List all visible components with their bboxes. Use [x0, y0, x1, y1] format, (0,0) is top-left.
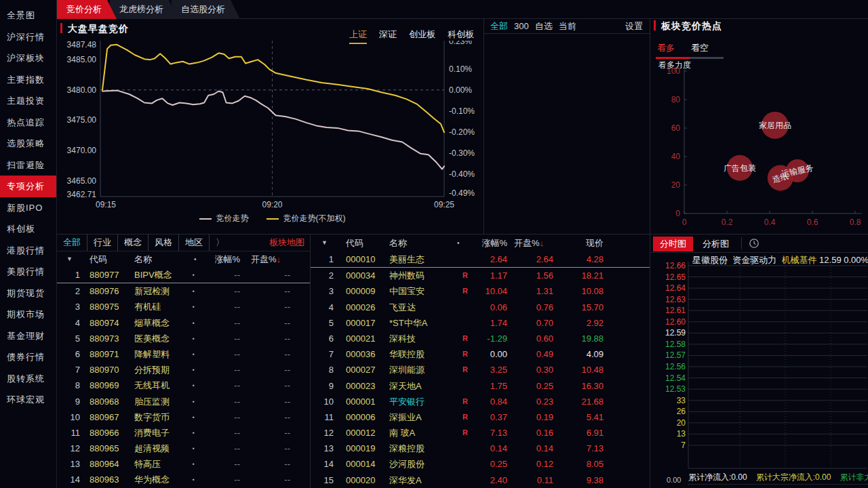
stock-name[interactable]: 深天地A [389, 378, 422, 394]
dropdown-icon[interactable]: ▼ [321, 235, 328, 251]
sidebar-item-1[interactable]: 全景图 [0, 5, 56, 26]
stock-row-000027[interactable]: 8000027深圳能源R3.250.3010.48 [311, 362, 650, 378]
sector-row-880975[interactable]: 3880975有机硅▪---- [57, 299, 310, 314]
sector-row-880964[interactable]: 13880964特高压▪---- [57, 456, 310, 472]
dropdown-icon[interactable]: ▼ [66, 251, 73, 267]
sector-tab-2[interactable]: 行业 [87, 235, 118, 251]
stock-row-000006[interactable]: 11000006深振业AR0.370.195.41 [311, 409, 650, 425]
sector-table-body: 1880977BIPV概念▪----2880976新冠检测▪----388097… [57, 267, 310, 488]
col-header-open[interactable]: 开盘%↓ [514, 235, 544, 251]
stock-name[interactable]: 飞亚达 [389, 300, 416, 315]
sector-row-880971[interactable]: 6880971降解塑料▪---- [57, 346, 310, 362]
sector-row-880967[interactable]: 10880967数字货币▪---- [57, 409, 310, 425]
stock-row-000021[interactable]: 6000021深科技R-1.290.6019.88 [311, 331, 650, 346]
sector-row-880963[interactable]: 14880963华为概念▪---- [57, 472, 310, 487]
stock-row-000034[interactable]: 2000034神州数码R1.171.5618.21 [311, 268, 650, 283]
row-number: 12 [57, 441, 80, 456]
hotspot-tab-2[interactable]: 看空 [690, 41, 724, 59]
stock-row-000019[interactable]: 13000019深粮控股0.140.147.13 [311, 441, 650, 456]
row-number: 9 [313, 378, 334, 394]
sidebar-item-17[interactable]: 债券行情 [0, 346, 56, 368]
stock-name[interactable]: 神州数码 [389, 268, 425, 283]
col-header-pct[interactable]: 涨幅% [446, 235, 507, 251]
marker-icon: ▪ [193, 394, 195, 409]
stock-row-000010[interactable]: 1000010美丽生态2.642.644.28 [311, 251, 650, 268]
sidebar-item-16[interactable]: 基金理财 [0, 325, 56, 347]
sector-open: -- [251, 346, 290, 362]
sector-map-link[interactable]: 板块地图 [269, 235, 304, 251]
stock-name[interactable]: 深科技 [389, 331, 416, 346]
sector-code: 880970 [90, 362, 119, 378]
col-header-pct[interactable]: 涨幅% [199, 251, 240, 267]
stock-name[interactable]: 中国宝安 [389, 283, 425, 299]
minichart-tab-2[interactable]: 分析图 [696, 237, 736, 251]
stock-row-000026[interactable]: 4000026飞亚达0.060.7615.70 [311, 300, 650, 315]
sidebar-item-2[interactable]: 沪深行情 [0, 26, 56, 48]
sector-tab-5[interactable]: 地区 [179, 235, 210, 251]
watch-filter-watchlist[interactable]: 自选 [535, 21, 553, 31]
sidebar-item-8[interactable]: 扫雷避险 [0, 155, 56, 176]
mini-y-label: 12.60 [665, 317, 686, 327]
more-tabs-chevron[interactable]: 〉 [210, 235, 231, 251]
sidebar-item-12[interactable]: 港股行情 [0, 240, 56, 262]
sidebar-item-7[interactable]: 选股策略 [0, 133, 56, 155]
sector-tab-1[interactable]: 全部 [57, 235, 87, 251]
sector-row-880969[interactable]: 8880969无线耳机▪---- [57, 378, 310, 393]
col-header-open[interactable]: 开盘%↓ [251, 251, 281, 267]
stock-name[interactable]: 深粮控股 [389, 441, 425, 456]
sidebar-item-14[interactable]: 期货现货 [0, 283, 56, 304]
stock-row-000036[interactable]: 7000036华联控股R0.000.494.09 [311, 346, 650, 362]
stock-name[interactable]: 深华发A [389, 472, 422, 488]
row-number: 12 [313, 425, 334, 441]
minichart-tab-1[interactable]: 分时图 [653, 237, 693, 251]
sector-pct: -- [199, 425, 240, 441]
sector-row-880974[interactable]: 4880974烟草概念▪---- [57, 315, 310, 331]
sector-row-880968[interactable]: 9880968胎压监测▪---- [57, 394, 310, 409]
watch-filter-all[interactable]: 全部 [490, 21, 508, 31]
stock-name[interactable]: *ST中华A [389, 315, 427, 331]
sidebar-item-11[interactable]: 科创板 [0, 218, 56, 240]
col-header-price[interactable]: 现价 [561, 235, 604, 251]
stock-row-000017[interactable]: 5000017*ST中华A1.740.702.92 [311, 315, 650, 331]
stock-row-000014[interactable]: 14000014沙河股份0.250.128.05 [311, 456, 650, 472]
stock-price: 5.41 [561, 409, 604, 425]
sidebar-item-15[interactable]: 期权市场 [0, 304, 56, 325]
sector-tab-4[interactable]: 风格 [149, 235, 179, 251]
hotspot-tab-1[interactable]: 看多 [656, 41, 690, 59]
stock-name[interactable]: 深圳能源 [389, 362, 425, 378]
sidebar-item-3[interactable]: 沪深板块 [0, 47, 56, 69]
stock-name[interactable]: 深振业A [389, 409, 422, 425]
stock-row-000023[interactable]: 9000023深天地A1.750.2516.30 [311, 378, 650, 394]
sector-row-880965[interactable]: 12880965超清视频▪---- [57, 441, 310, 456]
sidebar-item-13[interactable]: 美股行情 [0, 261, 56, 283]
history-clock-button[interactable] [741, 237, 766, 249]
sector-row-880977[interactable]: 1880977BIPV概念▪---- [57, 267, 310, 283]
stock-name[interactable]: 华联控股 [389, 346, 425, 362]
sidebar-item-6[interactable]: 热点追踪 [0, 112, 56, 134]
sidebar-item-4[interactable]: 主要指数 [0, 69, 56, 91]
sector-tab-3[interactable]: 概念 [118, 235, 149, 251]
sector-row-880970[interactable]: 7880970分拆预期▪---- [57, 362, 310, 378]
top-tab-1[interactable]: 竞价分析 [57, 0, 117, 19]
top-tab-3[interactable]: 自选股分析 [172, 0, 240, 19]
sector-row-880973[interactable]: 5880973医美概念▪---- [57, 331, 310, 346]
top-tab-2[interactable]: 龙虎榜分析 [110, 0, 178, 19]
flow-item-1: 累计净流入:0.00 [688, 472, 747, 482]
sidebar-item-9[interactable]: 专项分析 [0, 176, 56, 197]
stock-name[interactable]: 美丽生态 [389, 251, 425, 267]
stock-name[interactable]: 南 玻A [389, 425, 415, 441]
stock-row-000009[interactable]: 3000009中国宝安R10.041.3110.08 [311, 283, 650, 299]
sidebar-item-19[interactable]: 环球宏观 [0, 389, 56, 411]
stock-row-000020[interactable]: 15000020深华发A2.400.119.38 [311, 472, 650, 488]
stock-name[interactable]: 平安银行 [389, 394, 425, 409]
sidebar-item-10[interactable]: 新股IPO [0, 197, 56, 219]
stock-name[interactable]: 沙河股份 [389, 456, 425, 472]
stock-row-000001[interactable]: 10000001平安银行R0.840.2321.68 [311, 394, 650, 409]
sidebar-item-5[interactable]: 主题投资 [0, 90, 56, 112]
watch-filter-current[interactable]: 当前 [559, 21, 576, 31]
sector-row-880966[interactable]: 11880966消费电子▪---- [57, 425, 310, 441]
sidebar-item-18[interactable]: 股转系统 [0, 368, 56, 390]
settings-button[interactable]: 设置 [625, 19, 643, 34]
stock-row-000012[interactable]: 12000012南 玻AR7.130.166.91 [311, 425, 650, 441]
sector-row-880976[interactable]: 2880976新冠检测▪---- [57, 283, 310, 299]
